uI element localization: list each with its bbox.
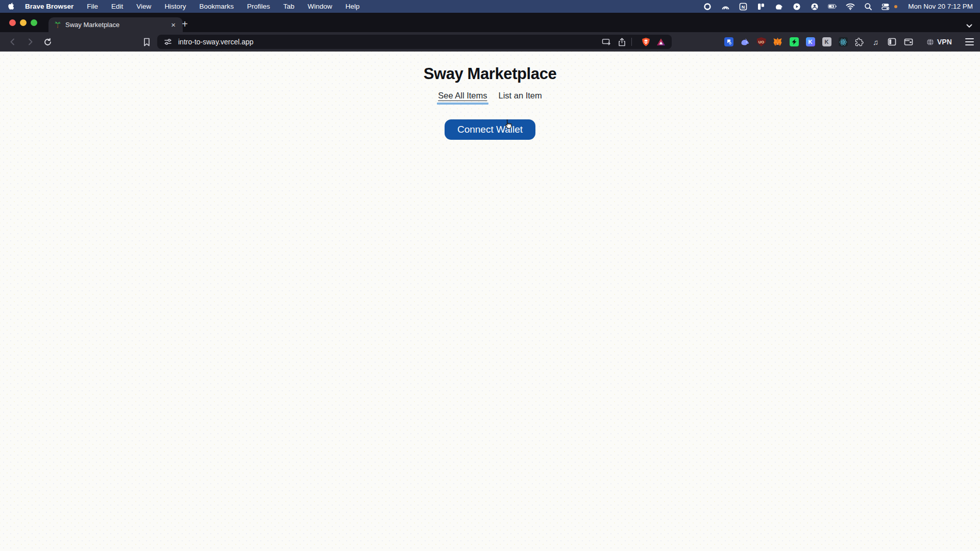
extensions-row: UO K K ♫ [724, 37, 913, 47]
menubar-clock[interactable]: Mon Nov 20 7:12 PM [908, 3, 973, 10]
elephant-app-icon[interactable] [774, 2, 783, 11]
active-tab[interactable]: Sway Marketplace × [48, 17, 183, 32]
arc-icon[interactable] [721, 2, 730, 11]
browser-toolbar: intro-to-sway.vercel.app [0, 32, 980, 52]
reload-button[interactable] [41, 35, 54, 48]
metamask-extension-icon[interactable] [773, 37, 782, 47]
wifi-icon[interactable] [846, 2, 855, 11]
play-circle-icon[interactable] [792, 2, 801, 11]
screen: Brave Browser File Edit View History Boo… [0, 0, 980, 551]
spotlight-search-icon[interactable] [864, 2, 873, 11]
forward-button[interactable] [23, 35, 37, 48]
tab-title: Sway Marketplace [65, 21, 169, 29]
menubar-app-name[interactable]: Brave Browser [25, 3, 74, 10]
green-wallet-extension-icon[interactable] [789, 37, 799, 47]
page-content: Sway Marketplace See All Items List an I… [0, 52, 980, 551]
macos-menubar: Brave Browser File Edit View History Boo… [0, 0, 980, 13]
ublock-origin-extension-icon[interactable]: UO [756, 37, 766, 47]
connect-wallet-button[interactable]: Connect Wallet [445, 119, 535, 140]
back-button[interactable] [6, 35, 19, 48]
urlbar-divider [631, 38, 632, 46]
page-nav: See All Items List an Item [438, 91, 542, 101]
menu-help[interactable]: Help [346, 3, 360, 10]
menu-file[interactable]: File [87, 3, 98, 10]
tab-close-icon[interactable]: × [169, 20, 178, 30]
brave-shields-icon[interactable] [640, 36, 651, 47]
toggles-icon[interactable] [881, 2, 891, 11]
site-settings-sliders-icon[interactable] [162, 36, 174, 47]
tab-search-chevron-icon[interactable] [966, 23, 973, 29]
brave-wallet-icon[interactable] [903, 37, 913, 47]
zoom-window-button[interactable] [31, 19, 37, 26]
menu-tab[interactable]: Tab [283, 3, 295, 10]
orange-status-dot [894, 5, 897, 8]
url-bar[interactable]: intro-to-sway.vercel.app [157, 35, 672, 49]
reading-mode-icon[interactable] [601, 36, 612, 47]
screen-record-icon[interactable] [703, 2, 712, 11]
keplr-wallet-extension-icon[interactable]: K [805, 37, 815, 47]
menu-window[interactable]: Window [308, 3, 332, 10]
tab-strip: Sway Marketplace × + [0, 13, 980, 32]
globe-icon [926, 38, 934, 46]
menu-view[interactable]: View [136, 3, 151, 10]
nav-see-all-items[interactable]: See All Items [438, 91, 487, 101]
page-title: Sway Marketplace [424, 65, 557, 83]
user-circle-icon[interactable] [810, 2, 819, 11]
nav-list-an-item[interactable]: List an Item [499, 91, 542, 101]
apple-menu-icon[interactable] [7, 2, 15, 11]
brave-rewards-bat-icon[interactable] [655, 36, 667, 47]
close-window-button[interactable] [9, 19, 16, 26]
new-tab-button[interactable]: + [178, 17, 191, 31]
bookmark-icon[interactable] [140, 35, 153, 48]
svg-text:N: N [742, 4, 745, 9]
vpn-button[interactable]: VPN [926, 38, 952, 46]
menu-edit[interactable]: Edit [111, 3, 123, 10]
vpn-label: VPN [937, 38, 952, 46]
menubar-status-area: N [703, 2, 973, 11]
menu-bookmarks[interactable]: Bookmarks [199, 3, 234, 10]
extensions-puzzle-icon[interactable] [854, 37, 864, 47]
notion-icon[interactable]: N [739, 2, 748, 11]
battery-charging-icon[interactable] [828, 2, 837, 11]
minimize-window-button[interactable] [20, 19, 27, 26]
react-devtools-extension-icon[interactable] [838, 37, 848, 47]
password-lock-extension-icon[interactable] [724, 37, 733, 47]
window-manager-icon[interactable] [756, 2, 766, 11]
url-text[interactable]: intro-to-sway.vercel.app [178, 38, 597, 46]
media-controls-icon[interactable]: ♫ [871, 37, 880, 47]
menu-hamburger-icon[interactable] [963, 36, 976, 47]
gray-k-extension-icon[interactable]: K [822, 37, 831, 47]
menubar-menus: File Edit View History Bookmarks Profile… [87, 3, 359, 10]
palm-tree-favicon [54, 21, 61, 29]
rabby-wallet-extension-icon[interactable] [740, 37, 750, 47]
menu-profiles[interactable]: Profiles [247, 3, 270, 10]
window-controls [9, 19, 37, 26]
share-icon[interactable] [616, 36, 627, 47]
menu-history[interactable]: History [164, 3, 186, 10]
sidebar-toggle-icon[interactable] [887, 37, 897, 47]
